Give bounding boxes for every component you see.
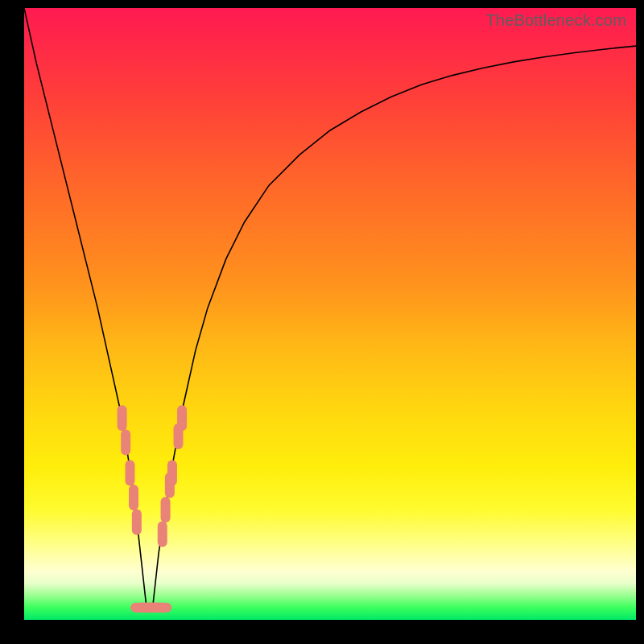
marker-group	[122, 410, 182, 608]
watermark-text: TheBottleneck.com	[485, 11, 626, 30]
bottleneck-curve	[24, 8, 636, 608]
chart-frame: TheBottleneck.com	[0, 0, 644, 644]
chart-svg	[24, 8, 636, 620]
plot-area: TheBottleneck.com	[24, 8, 636, 620]
